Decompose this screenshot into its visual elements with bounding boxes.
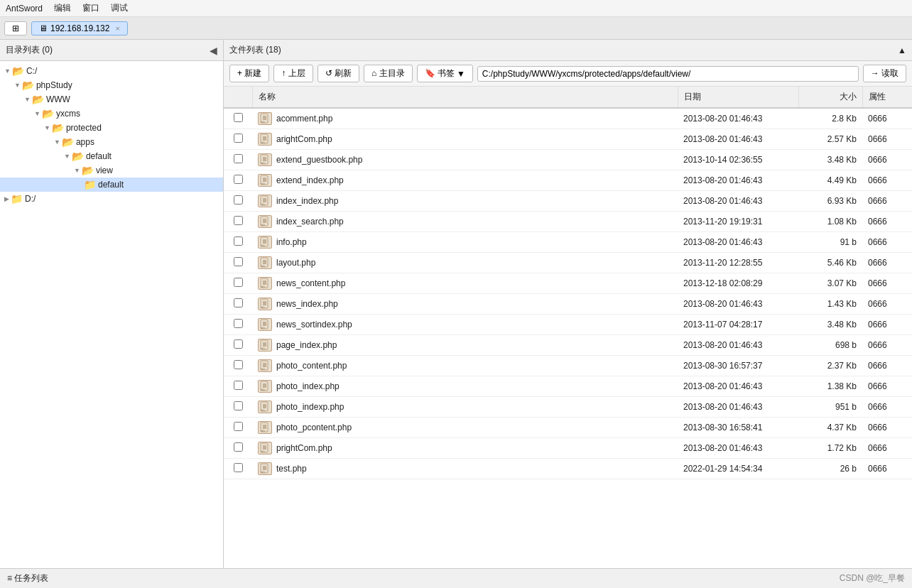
file-checkbox[interactable] <box>234 298 243 307</box>
table-row[interactable]: </>arightCom.php2013-08-20 01:46:432.57 … <box>224 129 912 150</box>
folder-icon-view: 📂 <box>82 165 94 176</box>
table-row[interactable]: </>news_index.php2013-08-20 01:46:431.43… <box>224 294 912 315</box>
bookmark-button[interactable]: 🔖 书签 ▼ <box>417 65 473 82</box>
file-table: 名称 日期 大小 属性 </>acomment.php2013-08-20 01… <box>224 87 912 479</box>
table-row[interactable]: </>extend_index.php2013-08-20 01:46:434.… <box>224 170 912 191</box>
file-date: 2013-11-07 04:28:17 <box>678 315 798 335</box>
task-list-label[interactable]: ≡ 任务列表 <box>7 572 48 584</box>
path-input[interactable] <box>477 66 859 82</box>
tree-item-www[interactable]: ▼ 📂WWW <box>0 92 223 107</box>
tree-item-protected[interactable]: ▼ 📂protected <box>0 121 223 135</box>
tree-label-apps: apps <box>76 137 94 147</box>
up-button[interactable]: ↑ 上层 <box>273 65 313 82</box>
table-row[interactable]: </>info.php2013-08-20 01:46:4391 b0666 <box>224 232 912 253</box>
folder-icon-default: 📂 <box>72 151 84 162</box>
file-name: index_search.php <box>276 217 344 227</box>
tree-item-view_default[interactable]: 📁default <box>0 178 223 192</box>
tree-item-view[interactable]: ▼ 📂view <box>0 163 223 178</box>
table-row[interactable]: </>index_index.php2013-08-20 01:46:436.9… <box>224 191 912 212</box>
left-collapse-button[interactable]: ◀ <box>210 45 217 56</box>
file-checkbox[interactable] <box>234 319 243 328</box>
table-row[interactable]: </>photo_pcontent.php2013-08-30 16:58:41… <box>224 418 912 438</box>
file-checkbox[interactable] <box>234 360 243 369</box>
file-checkbox[interactable] <box>234 257 243 266</box>
file-checkbox[interactable] <box>234 236 243 246</box>
tree-item-default[interactable]: ▼ 📂default <box>0 149 223 163</box>
refresh-button[interactable]: ↺ 刷新 <box>317 65 359 82</box>
file-checkbox[interactable] <box>234 113 243 122</box>
table-row[interactable]: </>layout.php2013-11-20 12:28:555.46 Kb0… <box>224 253 912 273</box>
table-row[interactable]: </>index_search.php2013-11-20 19:19:311.… <box>224 212 912 232</box>
file-name: photo_index.php <box>276 381 340 391</box>
new-button[interactable]: + 新建 <box>229 65 269 82</box>
svg-text:</>: </> <box>261 429 265 432</box>
file-date: 2013-08-20 01:46:43 <box>678 438 798 459</box>
file-checkbox[interactable] <box>234 216 243 225</box>
file-checkbox[interactable] <box>234 278 243 287</box>
table-row[interactable]: </>photo_content.php2013-08-30 16:57:372… <box>224 356 912 376</box>
file-date: 2013-08-20 01:46:43 <box>678 335 798 356</box>
app-name: AntSword <box>6 4 43 13</box>
svg-text:</>: </> <box>261 326 265 330</box>
table-row[interactable]: </>news_sortindex.php2013-11-07 04:28:17… <box>224 315 912 335</box>
table-row[interactable]: </>photo_index.php2013-08-20 01:46:431.3… <box>224 376 912 397</box>
tree-item-yxcms[interactable]: ▼ 📂yxcms <box>0 107 223 121</box>
file-checkbox[interactable] <box>234 442 243 452</box>
right-collapse-button[interactable]: ▲ <box>898 45 906 55</box>
folder-icon-c_root: 📂 <box>12 65 24 77</box>
file-checkbox[interactable] <box>234 154 243 163</box>
file-name: extend_guestbook.php <box>276 155 362 165</box>
tree-item-apps[interactable]: ▼ 📂apps <box>0 135 223 149</box>
file-table-body: </>acomment.php2013-08-20 01:46:432.8 Kb… <box>224 108 912 479</box>
col-size: 大小 <box>798 87 862 108</box>
menu-debug[interactable]: 调试 <box>111 2 128 14</box>
table-row[interactable]: </>acomment.php2013-08-20 01:46:432.8 Kb… <box>224 108 912 129</box>
tree-item-c_root[interactable]: ▼ 📂C:/ <box>0 64 223 78</box>
file-name: acomment.php <box>276 114 332 124</box>
file-name: extend_index.php <box>276 175 344 185</box>
connection-tab[interactable]: 🖥 192.168.19.132 × <box>31 21 128 36</box>
table-row[interactable]: </>test.php2022-01-29 14:54:3426 b0666 <box>224 459 912 479</box>
tree-item-phpStudy[interactable]: ▼ 📂phpStudy <box>0 78 223 92</box>
file-checkbox[interactable] <box>234 195 243 205</box>
dir-list-title: 目录列表 (0) <box>6 44 53 56</box>
file-name-cell: </>extend_index.php <box>252 170 678 191</box>
file-size: 2.8 Kb <box>798 108 862 129</box>
file-attr: 0666 <box>862 170 912 191</box>
svg-text:</>: </> <box>261 450 265 453</box>
file-type-icon: </> <box>258 195 272 207</box>
home-button[interactable]: ⊞ <box>4 21 27 36</box>
file-name-cell: </>acomment.php <box>252 108 678 129</box>
file-type-icon: </> <box>258 215 272 228</box>
file-checkbox[interactable] <box>234 463 243 472</box>
file-checkbox[interactable] <box>234 134 243 143</box>
main-area: 目录列表 (0) ◀ ▼ 📂C:/▼ 📂phpStudy▼ 📂WWW▼ 📂yxc… <box>0 40 912 568</box>
tree-item-d_root[interactable]: ▶ 📁D:/ <box>0 192 223 206</box>
svg-text:</>: </> <box>261 202 265 206</box>
file-checkbox[interactable] <box>234 381 243 390</box>
file-checkbox[interactable] <box>234 339 243 349</box>
table-row[interactable]: </>page_index.php2013-08-20 01:46:43698 … <box>224 335 912 356</box>
menu-edit[interactable]: 编辑 <box>54 2 71 14</box>
file-checkbox[interactable] <box>234 175 243 184</box>
home-dir-button[interactable]: ⌂ 主目录 <box>364 65 413 82</box>
menu-window[interactable]: 窗口 <box>82 2 99 14</box>
file-name: layout.php <box>276 258 315 268</box>
read-button[interactable]: → 读取 <box>863 65 906 82</box>
file-size: 698 b <box>798 335 862 356</box>
file-date: 2013-08-20 01:46:43 <box>678 170 798 191</box>
col-name: 名称 <box>252 87 678 108</box>
file-checkbox[interactable] <box>234 422 243 431</box>
file-attr: 0666 <box>862 129 912 150</box>
file-checkbox[interactable] <box>234 401 243 410</box>
table-row[interactable]: </>extend_guestbook.php2013-10-14 02:36:… <box>224 150 912 170</box>
table-row[interactable]: </>photo_indexp.php2013-08-20 01:46:4395… <box>224 397 912 418</box>
file-size: 3.48 Kb <box>798 150 862 170</box>
directory-tree: ▼ 📂C:/▼ 📂phpStudy▼ 📂WWW▼ 📂yxcms▼ 📂protec… <box>0 61 223 568</box>
col-attr: 属性 <box>862 87 912 108</box>
tab-close[interactable]: × <box>115 24 119 33</box>
file-date: 2013-08-20 01:46:43 <box>678 129 798 150</box>
file-attr: 0666 <box>862 356 912 376</box>
table-row[interactable]: </>prightCom.php2013-08-20 01:46:431.72 … <box>224 438 912 459</box>
table-row[interactable]: </>news_content.php2013-12-18 02:08:293.… <box>224 273 912 294</box>
